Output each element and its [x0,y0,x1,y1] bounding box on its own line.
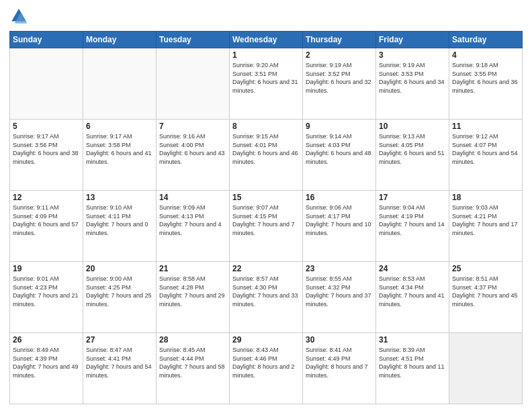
day-info: Sunrise: 9:16 AM Sunset: 4:00 PM Dayligh… [159,132,226,166]
calendar-cell [449,333,523,404]
day-info: Sunrise: 9:14 AM Sunset: 4:03 PM Dayligh… [306,132,373,166]
day-number: 28 [159,335,226,345]
day-info: Sunrise: 8:55 AM Sunset: 4:32 PM Dayligh… [306,275,373,308]
page: SundayMondayTuesdayWednesdayThursdayFrid… [0,0,532,411]
calendar-cell: 24Sunrise: 8:53 AM Sunset: 4:34 PM Dayli… [376,262,449,333]
weekday-header-row: SundayMondayTuesdayWednesdayThursdayFrid… [10,32,523,48]
day-number: 17 [379,193,446,202]
logo [9,7,31,26]
day-number: 21 [159,264,226,273]
day-info: Sunrise: 9:01 AM Sunset: 4:23 PM Dayligh… [13,275,80,308]
day-info: Sunrise: 8:51 AM Sunset: 4:37 PM Dayligh… [452,275,519,308]
day-info: Sunrise: 9:19 AM Sunset: 3:53 PM Dayligh… [379,61,446,95]
week-row-3: 19Sunrise: 9:01 AM Sunset: 4:23 PM Dayli… [10,262,523,333]
day-info: Sunrise: 9:15 AM Sunset: 4:01 PM Dayligh… [232,132,300,166]
day-info: Sunrise: 9:00 AM Sunset: 4:25 PM Dayligh… [86,275,153,308]
calendar-cell: 26Sunrise: 8:49 AM Sunset: 4:39 PM Dayli… [10,333,83,404]
day-number: 24 [379,264,446,273]
day-number: 23 [306,264,373,273]
day-number: 29 [232,335,300,345]
calendar-cell: 3Sunrise: 9:19 AM Sunset: 3:53 PM Daylig… [376,48,449,120]
calendar-cell [83,48,157,120]
calendar-cell: 19Sunrise: 9:01 AM Sunset: 4:23 PM Dayli… [10,262,83,333]
calendar-cell: 6Sunrise: 9:17 AM Sunset: 3:58 PM Daylig… [83,120,157,191]
calendar-cell: 28Sunrise: 8:45 AM Sunset: 4:44 PM Dayli… [157,333,230,404]
calendar-cell: 2Sunrise: 9:19 AM Sunset: 3:52 PM Daylig… [303,48,376,120]
day-info: Sunrise: 8:43 AM Sunset: 4:46 PM Dayligh… [232,346,300,379]
day-number: 11 [452,122,519,131]
day-number: 6 [86,122,153,131]
day-number: 22 [232,264,300,273]
calendar-cell: 17Sunrise: 9:04 AM Sunset: 4:19 PM Dayli… [376,191,449,262]
weekday-header-monday: Monday [83,32,157,48]
day-info: Sunrise: 9:04 AM Sunset: 4:19 PM Dayligh… [379,203,446,237]
day-number: 8 [232,122,300,131]
calendar-cell: 14Sunrise: 9:09 AM Sunset: 4:13 PM Dayli… [157,191,230,262]
calendar-cell: 10Sunrise: 9:13 AM Sunset: 4:05 PM Dayli… [376,120,449,191]
day-number: 20 [86,264,153,273]
day-info: Sunrise: 9:18 AM Sunset: 3:55 PM Dayligh… [452,61,519,95]
day-number: 9 [306,122,373,131]
calendar-cell: 30Sunrise: 8:41 AM Sunset: 4:49 PM Dayli… [303,333,376,404]
day-info: Sunrise: 9:09 AM Sunset: 4:13 PM Dayligh… [159,203,226,237]
weekday-header-sunday: Sunday [10,32,83,48]
calendar-table: SundayMondayTuesdayWednesdayThursdayFrid… [9,31,523,404]
day-number: 3 [379,50,446,60]
week-row-4: 26Sunrise: 8:49 AM Sunset: 4:39 PM Dayli… [10,333,523,404]
calendar-cell [10,48,83,120]
calendar-cell: 5Sunrise: 9:17 AM Sunset: 3:56 PM Daylig… [10,120,83,191]
day-number: 5 [13,122,80,131]
day-info: Sunrise: 9:06 AM Sunset: 4:17 PM Dayligh… [306,203,373,237]
weekday-header-wednesday: Wednesday [230,32,303,48]
calendar-cell: 18Sunrise: 9:03 AM Sunset: 4:21 PM Dayli… [449,191,523,262]
day-info: Sunrise: 8:45 AM Sunset: 4:44 PM Dayligh… [159,346,226,379]
day-number: 27 [86,335,153,345]
week-row-1: 5Sunrise: 9:17 AM Sunset: 3:56 PM Daylig… [10,120,523,191]
day-info: Sunrise: 9:13 AM Sunset: 4:05 PM Dayligh… [379,132,446,166]
calendar-cell: 15Sunrise: 9:07 AM Sunset: 4:15 PM Dayli… [230,191,303,262]
calendar-cell: 23Sunrise: 8:55 AM Sunset: 4:32 PM Dayli… [303,262,376,333]
weekday-header-tuesday: Tuesday [157,32,230,48]
calendar-cell: 13Sunrise: 9:10 AM Sunset: 4:11 PM Dayli… [83,191,157,262]
calendar-cell: 4Sunrise: 9:18 AM Sunset: 3:55 PM Daylig… [449,48,523,120]
day-number: 18 [452,193,519,202]
day-number: 12 [13,193,80,202]
calendar-cell: 1Sunrise: 9:20 AM Sunset: 3:51 PM Daylig… [230,48,303,120]
calendar-cell: 21Sunrise: 8:58 AM Sunset: 4:28 PM Dayli… [157,262,230,333]
day-info: Sunrise: 8:58 AM Sunset: 4:28 PM Dayligh… [159,275,226,308]
calendar-cell: 22Sunrise: 8:57 AM Sunset: 4:30 PM Dayli… [230,262,303,333]
day-info: Sunrise: 8:47 AM Sunset: 4:41 PM Dayligh… [86,346,153,379]
calendar-cell: 25Sunrise: 8:51 AM Sunset: 4:37 PM Dayli… [449,262,523,333]
day-number: 7 [159,122,226,131]
day-info: Sunrise: 9:20 AM Sunset: 3:51 PM Dayligh… [232,61,300,95]
day-number: 2 [306,50,373,60]
day-number: 26 [13,335,80,345]
calendar-cell: 27Sunrise: 8:47 AM Sunset: 4:41 PM Dayli… [83,333,157,404]
day-number: 13 [86,193,153,202]
day-number: 25 [452,264,519,273]
logo-icon [9,7,28,26]
day-info: Sunrise: 9:07 AM Sunset: 4:15 PM Dayligh… [232,203,300,237]
calendar-cell: 20Sunrise: 9:00 AM Sunset: 4:25 PM Dayli… [83,262,157,333]
day-info: Sunrise: 8:49 AM Sunset: 4:39 PM Dayligh… [13,346,80,379]
day-info: Sunrise: 8:57 AM Sunset: 4:30 PM Dayligh… [232,275,300,308]
week-row-2: 12Sunrise: 9:11 AM Sunset: 4:09 PM Dayli… [10,191,523,262]
calendar-cell: 11Sunrise: 9:12 AM Sunset: 4:07 PM Dayli… [449,120,523,191]
calendar-cell: 29Sunrise: 8:43 AM Sunset: 4:46 PM Dayli… [230,333,303,404]
day-info: Sunrise: 8:39 AM Sunset: 4:51 PM Dayligh… [379,346,446,379]
day-info: Sunrise: 9:19 AM Sunset: 3:52 PM Dayligh… [306,61,373,95]
weekday-header-thursday: Thursday [303,32,376,48]
day-info: Sunrise: 9:12 AM Sunset: 4:07 PM Dayligh… [452,132,519,166]
day-info: Sunrise: 9:03 AM Sunset: 4:21 PM Dayligh… [452,203,519,237]
calendar-cell: 31Sunrise: 8:39 AM Sunset: 4:51 PM Dayli… [376,333,449,404]
day-number: 15 [232,193,300,202]
weekday-header-friday: Friday [376,32,449,48]
day-number: 16 [306,193,373,202]
calendar-cell [157,48,230,120]
day-number: 4 [452,50,519,60]
calendar-cell: 9Sunrise: 9:14 AM Sunset: 4:03 PM Daylig… [303,120,376,191]
day-info: Sunrise: 9:10 AM Sunset: 4:11 PM Dayligh… [86,203,153,237]
calendar-cell: 12Sunrise: 9:11 AM Sunset: 4:09 PM Dayli… [10,191,83,262]
day-number: 1 [232,50,300,60]
day-info: Sunrise: 9:17 AM Sunset: 3:56 PM Dayligh… [13,132,80,166]
